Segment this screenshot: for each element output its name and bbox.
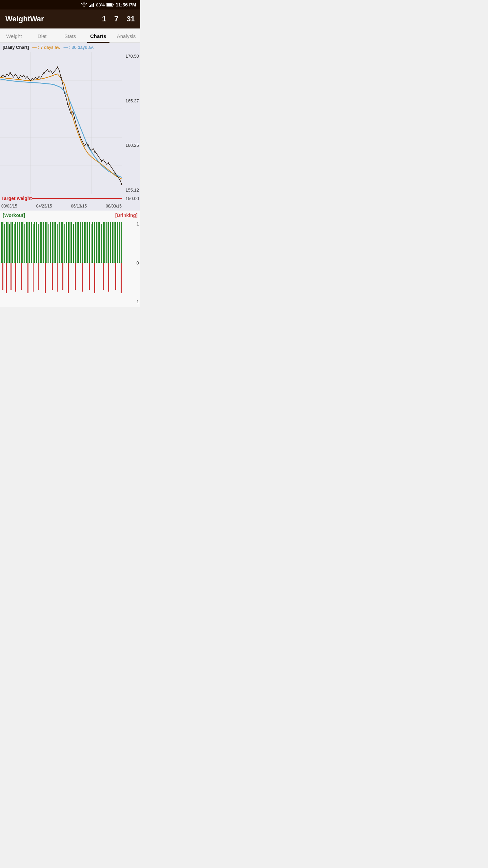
svg-rect-90 bbox=[96, 222, 97, 263]
svg-rect-87 bbox=[91, 224, 92, 263]
y-label-3: 160.25 bbox=[122, 143, 139, 148]
drinking-label: [Drinking] bbox=[115, 213, 138, 218]
svg-rect-40 bbox=[9, 224, 10, 263]
svg-rect-123 bbox=[108, 263, 109, 292]
svg-rect-41 bbox=[11, 222, 12, 263]
header-stats: 1 7 31 bbox=[102, 15, 135, 23]
y-label-2: 165.37 bbox=[122, 98, 139, 103]
header-stat-2: 7 bbox=[114, 15, 118, 23]
weight-chart-svg bbox=[0, 52, 122, 194]
svg-rect-79 bbox=[77, 222, 78, 263]
svg-rect-6 bbox=[107, 3, 112, 6]
bar-y-label-bottom: 1 bbox=[137, 299, 139, 304]
svg-rect-77 bbox=[73, 224, 74, 263]
chart-legend: [Daily Chart] — : 7 days av. — : 30 days… bbox=[0, 43, 140, 52]
svg-rect-62 bbox=[46, 222, 47, 263]
svg-rect-83 bbox=[84, 222, 85, 263]
svg-rect-55 bbox=[34, 222, 35, 263]
svg-rect-56 bbox=[36, 222, 37, 263]
tab-diet[interactable]: Diet bbox=[28, 28, 56, 42]
bar-chart-svg bbox=[0, 219, 122, 307]
svg-rect-53 bbox=[31, 222, 32, 263]
svg-rect-119 bbox=[82, 263, 83, 292]
target-weight-row: Target weight 150.00 bbox=[0, 194, 140, 202]
svg-rect-46 bbox=[19, 222, 20, 263]
tab-weight[interactable]: Weight bbox=[0, 28, 28, 42]
svg-rect-112 bbox=[38, 263, 39, 290]
svg-rect-93 bbox=[101, 224, 102, 263]
bar-chart-wrapper: 1 0 1 bbox=[0, 219, 140, 307]
svg-point-27 bbox=[87, 144, 89, 146]
svg-rect-67 bbox=[55, 222, 56, 263]
svg-rect-60 bbox=[43, 222, 44, 263]
svg-rect-57 bbox=[38, 224, 39, 263]
bar-chart-header: [Workout] [Drinking] bbox=[0, 211, 140, 219]
svg-rect-98 bbox=[110, 222, 111, 263]
svg-rect-125 bbox=[121, 263, 122, 293]
header-stat-1: 1 bbox=[102, 15, 106, 23]
target-weight-value: 150.00 bbox=[122, 196, 140, 201]
svg-rect-44 bbox=[15, 222, 16, 263]
svg-rect-96 bbox=[106, 222, 107, 263]
svg-rect-54 bbox=[33, 224, 34, 263]
svg-rect-106 bbox=[6, 263, 7, 293]
chart-y-labels: 170.50 165.37 160.25 155.12 bbox=[122, 52, 140, 194]
svg-rect-3 bbox=[92, 4, 93, 7]
svg-point-29 bbox=[101, 160, 102, 162]
svg-rect-1 bbox=[89, 6, 90, 7]
y-label-top: 170.50 bbox=[122, 54, 139, 59]
x-label-1: 03/03/15 bbox=[1, 204, 17, 209]
daily-chart-section: [Daily Chart] — : 7 days av. — : 30 days… bbox=[0, 43, 140, 211]
svg-rect-91 bbox=[98, 222, 99, 263]
bar-y-label-top: 1 bbox=[137, 221, 139, 226]
bar-chart-y-labels: 1 0 1 bbox=[122, 219, 140, 307]
svg-rect-8 bbox=[0, 52, 122, 194]
svg-rect-117 bbox=[68, 263, 69, 293]
svg-rect-110 bbox=[27, 263, 28, 293]
svg-rect-61 bbox=[45, 222, 46, 263]
svg-point-17 bbox=[9, 72, 11, 74]
svg-rect-88 bbox=[92, 222, 93, 263]
svg-rect-73 bbox=[66, 222, 67, 263]
tab-analysis[interactable]: Analysis bbox=[112, 28, 140, 42]
svg-rect-100 bbox=[114, 222, 115, 263]
svg-rect-39 bbox=[7, 222, 8, 263]
svg-rect-97 bbox=[108, 222, 109, 263]
svg-rect-115 bbox=[57, 263, 58, 292]
svg-rect-113 bbox=[45, 263, 46, 293]
svg-rect-92 bbox=[99, 222, 100, 263]
svg-rect-2 bbox=[90, 5, 91, 7]
svg-rect-66 bbox=[54, 222, 55, 263]
svg-rect-102 bbox=[117, 222, 118, 263]
svg-point-28 bbox=[94, 151, 96, 153]
target-weight-label: Target weight bbox=[0, 196, 32, 201]
svg-rect-94 bbox=[103, 222, 104, 263]
svg-rect-95 bbox=[104, 222, 105, 263]
signal-icon bbox=[89, 2, 94, 7]
svg-rect-38 bbox=[6, 222, 7, 263]
svg-rect-47 bbox=[21, 222, 22, 263]
bar-y-label-mid: 0 bbox=[137, 260, 139, 265]
svg-rect-71 bbox=[62, 222, 63, 263]
svg-point-18 bbox=[20, 75, 21, 76]
svg-rect-37 bbox=[4, 224, 5, 263]
daily-chart-wrapper: 170.50 165.37 160.25 155.12 bbox=[0, 52, 140, 194]
battery-percent: 88% bbox=[96, 2, 105, 7]
legend-7days: — : 7 days av. bbox=[32, 45, 60, 50]
tab-stats[interactable]: Stats bbox=[56, 28, 84, 42]
svg-rect-68 bbox=[57, 224, 58, 263]
svg-rect-111 bbox=[33, 263, 34, 292]
svg-rect-43 bbox=[14, 224, 15, 263]
svg-point-21 bbox=[47, 69, 48, 70]
svg-rect-109 bbox=[21, 263, 22, 290]
svg-rect-105 bbox=[2, 263, 3, 290]
svg-rect-104 bbox=[121, 222, 122, 263]
svg-rect-107 bbox=[11, 263, 12, 290]
svg-rect-48 bbox=[22, 222, 23, 263]
y-label-bottom: 155.12 bbox=[122, 188, 139, 193]
workout-label: [Workout] bbox=[3, 213, 25, 218]
tab-charts[interactable]: Charts bbox=[84, 28, 112, 42]
svg-rect-101 bbox=[115, 222, 116, 263]
app-title: WeightWar bbox=[5, 15, 102, 23]
chart-canvas bbox=[0, 52, 122, 194]
